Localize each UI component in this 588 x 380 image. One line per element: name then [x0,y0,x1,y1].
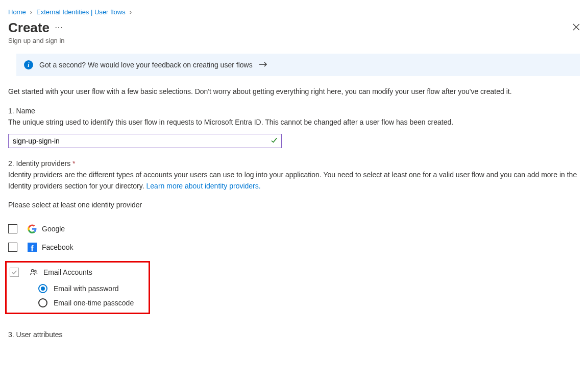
section-user-attributes-title: 3. User attributes [8,330,580,339]
svg-point-4 [35,270,36,272]
highlight-box: Email Accounts Email with password Email… [5,261,150,314]
checkbox-email[interactable] [10,268,19,277]
chevron-right-icon: › [130,8,132,16]
section-idp-help: Identity providers are the different typ… [8,170,580,192]
user-flow-name-input[interactable] [8,134,282,148]
section-name-title: 1. Name [8,107,580,115]
link-learn-more-idp[interactable]: Learn more about identity providers. [146,182,261,190]
feedback-text: Got a second? We would love your feedbac… [39,61,253,69]
checkbox-facebook[interactable] [8,243,17,252]
google-icon [28,224,37,233]
people-icon [29,268,38,277]
idp-label-email: Email Accounts [43,268,92,276]
intro-text: Get started with your user flow with a f… [8,87,580,96]
radio-icon [38,284,47,293]
check-icon [271,137,278,146]
radio-email-password[interactable]: Email with password [38,284,145,293]
page-title: Create [8,20,50,36]
idp-row-email: Email Accounts [10,268,145,277]
radio-label-email-otp: Email one-time passcode [54,299,134,307]
arrow-right-icon [259,61,268,69]
section-idp-title: 2. Identity providers * [8,159,580,168]
idp-row-facebook: f Facebook [8,243,580,252]
radio-icon [38,298,47,307]
radio-label-email-password: Email with password [54,284,119,293]
facebook-icon: f [28,243,37,252]
idp-label-facebook: Facebook [42,243,73,251]
feedback-banner[interactable]: i Got a second? We would love your feedb… [16,54,580,76]
breadcrumb-external-identities[interactable]: External Identities | User flows [36,8,126,16]
info-icon: i [24,60,33,69]
idp-label-google: Google [42,225,65,233]
page-subtitle: Sign up and sign in [8,37,580,44]
radio-email-otp[interactable]: Email one-time passcode [38,298,145,307]
select-idp-message: Please select at least one identity prov… [8,201,580,209]
required-asterisk: * [72,159,75,168]
close-icon[interactable] [573,23,580,32]
breadcrumb-home[interactable]: Home [8,8,26,16]
idp-row-google: Google [8,224,580,233]
breadcrumb: Home › External Identities | User flows … [8,8,580,16]
chevron-right-icon: › [30,8,32,16]
section-name-help: The unique string used to identify this … [8,117,580,128]
checkbox-google[interactable] [8,224,17,233]
svg-point-3 [31,270,34,272]
more-icon[interactable]: ⋯ [55,23,63,33]
